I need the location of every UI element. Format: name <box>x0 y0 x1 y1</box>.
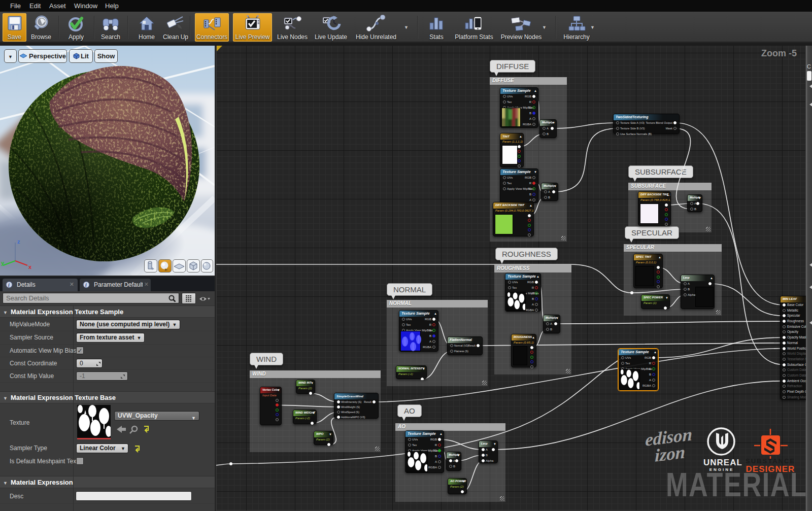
svg-text:i: i <box>85 282 87 288</box>
svg-text:z: z <box>17 239 20 245</box>
svg-text:y: y <box>1 260 5 266</box>
svg-text:i: i <box>8 282 10 288</box>
svg-text:x: x <box>28 264 32 270</box>
